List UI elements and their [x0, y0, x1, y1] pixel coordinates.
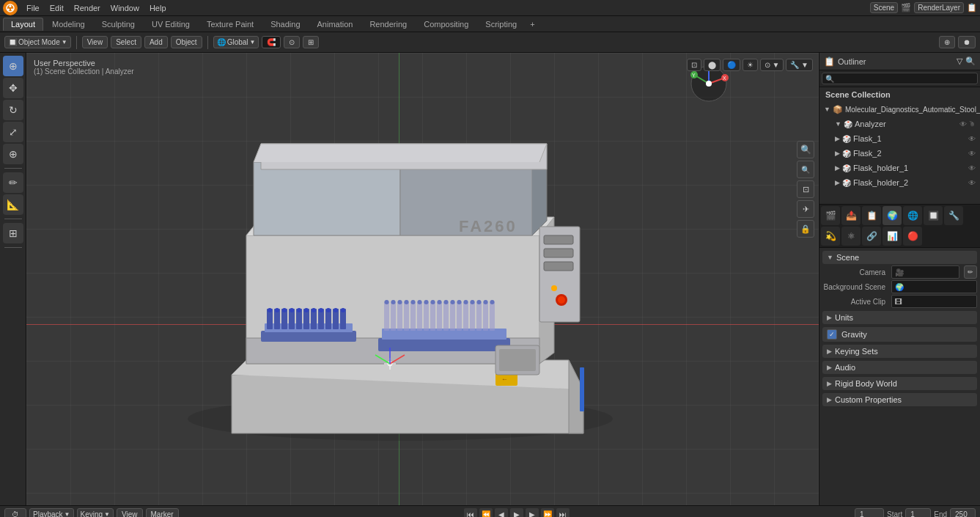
gravity-check[interactable]: ✓ [827, 329, 837, 340]
marker-btn[interactable]: Marker [146, 508, 179, 517]
prop-tab-world[interactable]: 🌐 [903, 206, 922, 225]
cursor-tool[interactable]: ⊕ [3, 56, 23, 76]
prop-tab-view-layer[interactable]: 📋 [862, 206, 881, 225]
prop-tab-constraints[interactable]: 🔗 [862, 227, 881, 246]
menu-render[interactable]: Render [70, 2, 105, 14]
outliner-item-flaskholder2[interactable]: ▶ 🎲 Flask_holder_2 👁 [819, 175, 980, 190]
tab-scripting[interactable]: Scripting [477, 18, 525, 31]
transform-tool[interactable]: ⊕ [3, 144, 23, 164]
jump-end-btn[interactable]: ⏭ [556, 508, 570, 518]
menu-edit[interactable]: Edit [45, 2, 68, 14]
overlay-btn[interactable]: ⊙ ▼ [760, 59, 784, 71]
bg-scene-value[interactable]: 🌍 [891, 280, 977, 293]
outliner-search-icon[interactable]: 🔍 [965, 56, 976, 66]
tab-texture-paint[interactable]: Texture Paint [199, 18, 262, 31]
shading-solid[interactable]: ⬤ [704, 59, 721, 71]
flaskholder2-vis[interactable]: 👁 [968, 179, 976, 187]
measure-tool[interactable]: 📐 [3, 194, 23, 215]
prop-tab-scene[interactable]: 🌍 [883, 206, 902, 225]
jump-start-btn[interactable]: ⏮ [464, 508, 477, 518]
zoom-in-btn[interactable]: 🔍 [797, 141, 814, 158]
outliner-filter-icon[interactable]: ▽ [957, 56, 962, 66]
keying-dropdown[interactable]: Keying ▼ [77, 508, 114, 517]
tab-layout[interactable]: Layout [3, 18, 43, 31]
add-menu[interactable]: Add [144, 36, 168, 48]
tab-modeling[interactable]: Modeling [44, 18, 93, 31]
object-menu[interactable]: Object [171, 36, 202, 48]
analyzer-extra[interactable]: 🖱 [969, 120, 976, 128]
view-menu[interactable]: File View [82, 36, 108, 48]
next-keyframe-btn[interactable]: ▶ [526, 508, 539, 518]
tab-animation[interactable]: Animation [309, 18, 361, 31]
active-clip-value[interactable]: 🎞 [891, 295, 977, 308]
proportional-btn[interactable]: ⊙ [284, 36, 300, 48]
prop-tab-physics[interactable]: ⚛ [841, 227, 861, 246]
tab-shading[interactable]: Shading [262, 18, 308, 31]
flask2-vis[interactable]: 👁 [968, 150, 976, 158]
prop-tab-material[interactable]: 🔴 [903, 227, 922, 246]
tab-rendering[interactable]: Rendering [361, 18, 415, 31]
custom-section-header[interactable]: ▶ Custom Properties [822, 393, 977, 406]
camera-edit-btn[interactable]: ✏ [964, 265, 977, 279]
transform-orientations[interactable]: ⊞ [303, 36, 319, 48]
audio-section-header[interactable]: ▶ Audio [822, 361, 977, 374]
prop-tab-modifier[interactable]: 🔧 [944, 206, 963, 225]
view-tl-btn[interactable]: View [117, 508, 143, 517]
prop-tab-output[interactable]: 📤 [841, 206, 861, 225]
outliner-item-collection[interactable]: ▼ 📦 Molecular_Diagnostics_Automatic_Stoo… [819, 102, 980, 117]
frame-number[interactable]: ⏱ [4, 508, 26, 517]
shading-rendered[interactable]: ☀ [743, 59, 758, 71]
outliner-item-flaskholder1[interactable]: ▶ 🎲 Flask_holder_1 👁 [819, 161, 980, 175]
prop-tab-particles[interactable]: 💫 [821, 227, 840, 246]
shading-wireframe[interactable]: ⊡ [687, 59, 701, 71]
outliner-item-analyzer[interactable]: ▼ 🎲 Analyzer 👁 🖱 [819, 117, 980, 131]
zoom-extents-btn[interactable]: ⊡ [797, 180, 814, 198]
start-frame[interactable]: 1 [905, 508, 931, 517]
tab-sculpting[interactable]: Sculpting [94, 18, 143, 31]
keying-section-header[interactable]: ▶ Keying Sets [822, 345, 977, 358]
camera-value[interactable]: 🎥 [891, 265, 959, 279]
end-frame[interactable]: 250 [950, 508, 976, 517]
annotate-tool[interactable]: ✏ [3, 172, 23, 193]
play-btn[interactable]: ▶ [510, 508, 523, 518]
lock-camera-btn[interactable]: 🔒 [797, 220, 814, 238]
shading-material[interactable]: 🔵 [723, 59, 740, 71]
proportional-editing[interactable]: ⊕ [939, 36, 955, 48]
gizmo-btn[interactable]: 🔧 ▼ [786, 59, 813, 71]
menu-window[interactable]: Window [106, 2, 144, 14]
prev-frame-btn[interactable]: ⏪ [479, 508, 493, 518]
analyzer-vis[interactable]: 👁 [959, 120, 967, 128]
next-frame-btn[interactable]: ⏩ [541, 508, 554, 518]
rigid-body-section-header[interactable]: ▶ Rigid Body World [822, 377, 977, 390]
transform-global[interactable]: 🌐 Global ▼ [213, 36, 259, 48]
outliner-search-input[interactable] [822, 73, 978, 84]
snap-btn[interactable]: 🧲 [262, 36, 281, 48]
rotate-tool[interactable]: ↻ [3, 100, 23, 120]
add-object-tool[interactable]: ⊞ [3, 223, 23, 243]
gravity-checkbox[interactable]: ✓ [827, 329, 837, 340]
scale-tool[interactable]: ⤢ [3, 122, 23, 142]
prop-tab-data[interactable]: 📊 [883, 227, 902, 246]
prev-keyframe-btn[interactable]: ◀ [495, 508, 508, 518]
prop-tab-render[interactable]: 🎬 [821, 206, 840, 225]
prop-tab-object[interactable]: 🔲 [924, 206, 943, 225]
zoom-out-btn[interactable]: 🔍 [797, 161, 814, 178]
flask1-vis[interactable]: 👁 [968, 135, 976, 143]
select-menu[interactable]: Select [111, 36, 141, 48]
outliner-item-flask2[interactable]: ▶ 🎲 Flask_2 👁 [819, 146, 980, 161]
move-tool[interactable]: ✥ [3, 78, 23, 98]
auto-key[interactable]: ⏺ [958, 36, 976, 48]
menu-file[interactable]: File [22, 2, 44, 14]
mode-selector[interactable]: 🔲 Object Mode ▼ [4, 36, 71, 48]
tab-compositing[interactable]: Compositing [416, 18, 476, 31]
current-frame[interactable]: 1 [855, 508, 884, 517]
playback-dropdown[interactable]: Playback ▼ [29, 508, 74, 517]
menu-help[interactable]: Help [145, 2, 171, 14]
viewport-3d[interactable]: User Perspective (1) Scene Collection | … [26, 53, 819, 505]
tab-uv-editing[interactable]: UV Editing [144, 18, 198, 31]
gravity-section-header[interactable]: ✓ Gravity [822, 327, 977, 342]
fly-camera-btn[interactable]: ✈ [797, 200, 814, 218]
add-workspace-button[interactable]: + [526, 18, 539, 30]
scene-section-header[interactable]: ▼ Scene [822, 251, 977, 264]
flaskholder1-vis[interactable]: 👁 [968, 164, 976, 172]
